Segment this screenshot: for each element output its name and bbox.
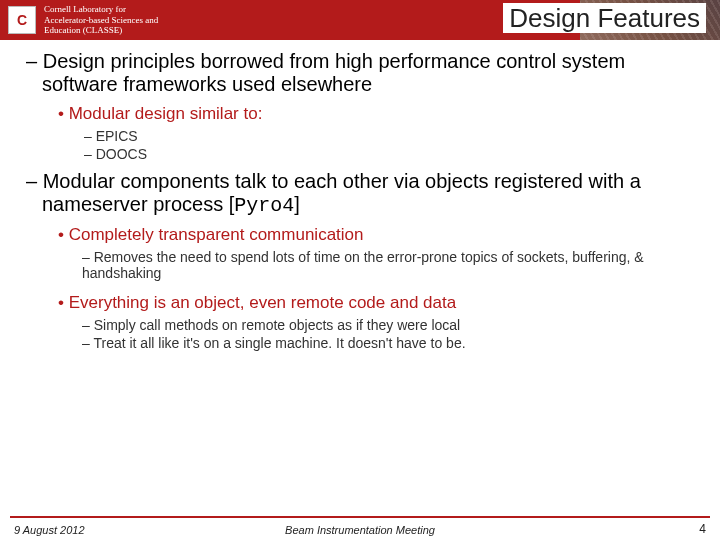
slide-title-wrap: Design Features — [503, 3, 706, 34]
point-2-sub2: • Everything is an object, even remote c… — [58, 293, 696, 313]
point-2-sub2-text: Everything is an object, even remote cod… — [69, 293, 456, 312]
cornell-logo: C — [8, 6, 36, 34]
slide: C Cornell Laboratory for Accelerator-bas… — [0, 0, 720, 540]
point-2-sub1-a: – Removes the need to spend lots of time… — [82, 249, 696, 281]
point-2-sub2-b: – Treat it all like it's on a single mac… — [82, 335, 696, 351]
slide-title: Design Features — [503, 3, 706, 33]
slide-body: – Design principles borrowed from high p… — [0, 40, 720, 540]
footer-rule — [10, 516, 710, 518]
footer-page: 4 — [699, 522, 706, 536]
point-2-sub1: • Completely transparent communication — [58, 225, 696, 245]
lab-line3: Education (CLASSE) — [44, 25, 158, 36]
lab-line2: Accelerator-based Sciences and — [44, 15, 158, 26]
point-1-sub1-b: – DOOCS — [84, 146, 696, 162]
point-1-sub1-a: – EPICS — [84, 128, 696, 144]
lab-name: Cornell Laboratory for Accelerator-based… — [44, 4, 158, 36]
point-2-text-a: Modular components talk to each other vi… — [42, 170, 641, 215]
point-2: – Modular components talk to each other … — [24, 170, 696, 217]
point-1-sub1-text: Modular design similar to: — [69, 104, 263, 123]
footer: 9 August 2012 Beam Instrumentation Meeti… — [0, 516, 720, 540]
logo-letter: C — [17, 12, 27, 28]
point-2-code: Pyro4 — [234, 194, 294, 217]
point-1: – Design principles borrowed from high p… — [24, 50, 696, 96]
footer-meeting: Beam Instrumentation Meeting — [0, 524, 720, 536]
point-1-text: Design principles borrowed from high per… — [42, 50, 625, 95]
point-1-sub1: • Modular design similar to: — [58, 104, 696, 124]
point-2-sub1-text: Completely transparent communication — [69, 225, 364, 244]
lab-line1: Cornell Laboratory for — [44, 4, 158, 15]
point-2-sub2-a: – Simply call methods on remote objects … — [82, 317, 696, 333]
point-2-text-b: ] — [294, 193, 300, 215]
